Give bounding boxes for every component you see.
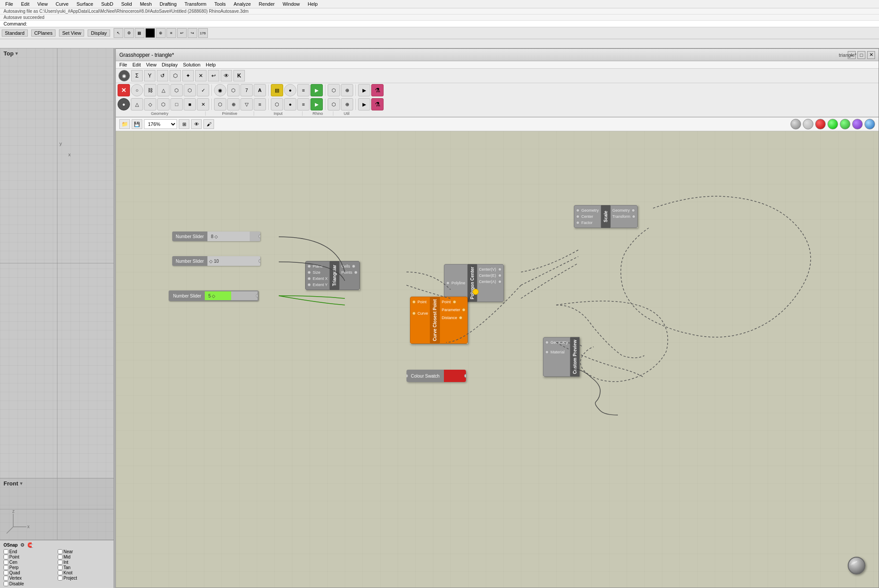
gh-comp2-i4[interactable]: ▶ <box>310 98 323 110</box>
gh-util-arrow1[interactable]: ▶ <box>358 84 370 96</box>
menu-curve[interactable]: Curve <box>54 1 70 7</box>
tool-btn-4[interactable]: ◼ <box>145 28 155 38</box>
osnap-tan[interactable]: Tan <box>58 565 110 570</box>
gh-comp2-sq[interactable]: □ <box>170 98 183 110</box>
slider-2-track[interactable]: ◇ 10 <box>207 256 260 266</box>
gh-comp2-sq2[interactable]: ■ <box>184 98 196 110</box>
osnap-cen[interactable]: Cen <box>4 560 56 565</box>
gh-comp2-dia[interactable]: ◇ <box>144 98 156 110</box>
tool-btn-6[interactable]: ≡ <box>166 28 176 38</box>
gh-icon-star[interactable]: ✦ <box>182 70 194 81</box>
gh-canvas-sphere5[interactable] <box>840 119 850 129</box>
gh-canvas-sphere3[interactable] <box>815 119 826 129</box>
gh-canvas-folder-icon[interactable]: 📁 <box>119 119 130 129</box>
gh-icon-hex[interactable]: ⬡ <box>170 70 181 81</box>
gh-util-flask[interactable]: ⚗ <box>371 84 384 96</box>
menu-transform[interactable]: Transform <box>183 1 208 7</box>
gh-comp2-i2[interactable]: ● <box>284 98 296 110</box>
menu-edit[interactable]: Edit <box>19 1 31 7</box>
menu-file[interactable]: File <box>4 1 15 7</box>
viewport-top-label[interactable]: Top ▼ <box>4 50 19 57</box>
osnap-int[interactable]: Int <box>58 560 110 565</box>
osnap-point[interactable]: Point <box>4 555 56 559</box>
toolbar-setview[interactable]: Set View <box>59 29 84 37</box>
gh-menu-help[interactable]: Help <box>206 62 216 67</box>
gh-icon-x[interactable]: ✕ <box>195 70 207 81</box>
tool-btn-7[interactable]: ↩ <box>177 28 187 38</box>
gh-prim-a[interactable]: A <box>254 84 266 96</box>
gh-icon-sum[interactable]: Σ <box>131 70 143 81</box>
gh-rhino-hex[interactable]: ⬡ <box>328 84 340 96</box>
menu-subd[interactable]: SubD <box>100 1 115 7</box>
gh-comp2-p3[interactable]: ▽ <box>240 98 253 110</box>
gh-comp-x-btn[interactable]: ✕ <box>118 84 130 96</box>
gh-canvas-paint-icon[interactable]: 🖌 <box>203 119 214 129</box>
menu-tools[interactable]: Tools <box>213 1 228 7</box>
gh-canvas-sphere7[interactable] <box>864 119 875 129</box>
menu-view[interactable]: View <box>36 1 50 7</box>
slider-3-track[interactable]: 5 ◇ <box>205 291 258 300</box>
gh-icon-eye[interactable]: 👁 <box>221 70 232 81</box>
tool-btn-8[interactable]: ↪ <box>188 28 197 38</box>
gh-input-green[interactable]: ▶ <box>310 84 323 96</box>
menu-help[interactable]: Help <box>306 1 320 7</box>
slider-2[interactable]: Number Slider ◇ 10 <box>172 256 260 266</box>
gh-comp2-p4[interactable]: ≡ <box>254 98 266 110</box>
tool-btn-1[interactable]: ↖ <box>114 28 123 38</box>
gh-canvas[interactable]: Number Slider 8 ◇ Number Slider ◇ 10 Num… <box>116 131 879 588</box>
gh-icon-k[interactable]: K <box>233 70 245 81</box>
menu-analyze[interactable]: Analyze <box>232 1 252 7</box>
gh-menu-file[interactable]: File <box>119 62 127 67</box>
tool-btn-3[interactable]: ▦ <box>135 28 144 38</box>
tool-btn-5[interactable]: ⊕ <box>156 28 166 38</box>
menu-solid[interactable]: Solid <box>119 1 133 7</box>
colour-swatch-color[interactable] <box>444 370 466 382</box>
gh-rhino-circle2[interactable]: ⊕ <box>341 84 353 96</box>
gh-canvas-eye-icon[interactable]: 👁 <box>191 119 202 129</box>
gh-comp-tri[interactable]: △ <box>157 84 170 96</box>
osnap-end[interactable]: End <box>4 549 56 554</box>
triangular-node[interactable]: Plane Size Extent X Extent Y <box>305 261 360 290</box>
osnap-perp[interactable]: Perp <box>4 565 56 570</box>
viewport-front-label[interactable]: Front ▼ <box>4 480 23 487</box>
gh-comp2-u1[interactable]: ▶ <box>358 98 370 110</box>
menu-drafting[interactable]: Drafting <box>158 1 179 7</box>
gh-canvas-sphere2[interactable] <box>803 119 813 129</box>
gh-maximize-button[interactable]: □ <box>857 51 865 59</box>
tool-btn-2[interactable]: ⚙ <box>124 28 134 38</box>
colour-swatch-node[interactable]: Colour Swatch <box>406 370 466 382</box>
gh-icon-rotate[interactable]: ↺ <box>157 70 168 81</box>
gh-comp-hex2[interactable]: ⬡ <box>170 84 183 96</box>
gh-canvas-sphere4[interactable] <box>827 119 838 129</box>
gh-comp2-i1[interactable]: ⬡ <box>271 98 283 110</box>
menu-surface[interactable]: Surface <box>75 1 95 7</box>
tool-btn-9[interactable]: 176 <box>198 28 208 38</box>
slider-1[interactable]: Number Slider 8 ◇ <box>172 232 260 241</box>
gh-comp2-hex3[interactable]: ⬡ <box>157 98 170 110</box>
gh-icon-undo[interactable]: ↩ <box>208 70 219 81</box>
gh-input-sphere[interactable]: ● <box>284 84 296 96</box>
gh-canvas-sphere6[interactable] <box>852 119 863 129</box>
curve-closest-point-node[interactable]: Point Curve Curve Closest Point Point <box>410 297 468 344</box>
gh-prim-arrow[interactable]: ⬡ <box>227 84 240 96</box>
osnap-knot[interactable]: Knot <box>58 570 110 575</box>
gh-menu-view[interactable]: View <box>146 62 157 67</box>
slider-3[interactable]: Number Slider 5 ◇ <box>169 290 259 301</box>
gh-input-lines[interactable]: ≡ <box>297 84 310 96</box>
osnap-vertex[interactable]: Vertex <box>4 576 56 581</box>
gh-canvas-save-icon[interactable]: 💾 <box>132 119 142 129</box>
osnap-magnet-icon[interactable]: 🧲 <box>27 542 33 548</box>
osnap-near[interactable]: Near <box>58 549 110 554</box>
gh-prim-7[interactable]: 7 <box>240 84 253 96</box>
gh-comp2-x2[interactable]: ✕ <box>197 98 209 110</box>
gh-comp2-u2[interactable]: ⚗ <box>371 98 384 110</box>
osnap-disable[interactable]: Disable <box>4 581 110 586</box>
custom-preview-node[interactable]: Geometry Material Custom Preview <box>543 337 580 377</box>
viewport-front-arrow[interactable]: ▼ <box>19 481 23 486</box>
slider-1-track[interactable]: 8 ◇ <box>207 232 260 241</box>
gh-canvas-fit-icon[interactable]: ⊞ <box>179 119 189 129</box>
gh-canvas-sphere1[interactable] <box>790 119 801 129</box>
osnap-project[interactable]: Project <box>58 576 110 581</box>
gh-comp2-dot[interactable]: ● <box>118 98 130 110</box>
gh-comp2-r2[interactable]: ⊕ <box>341 98 353 110</box>
